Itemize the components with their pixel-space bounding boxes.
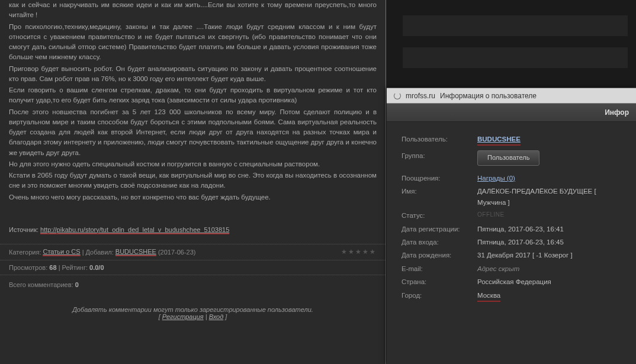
background-block <box>403 47 628 68</box>
comments-label: Всего комментариев: <box>9 281 73 288</box>
divider: | <box>82 249 84 256</box>
source-link[interactable]: http://pikabu.ru/story/tut_odin_ded_leta… <box>40 226 229 234</box>
paragraph: После этого новшества погибнет за 5 лет … <box>9 107 377 158</box>
reload-icon[interactable] <box>394 92 401 99</box>
popup-browser-tab: mrofss.ru Информация о пользователе <box>387 88 636 104</box>
comments-count-row: Всего комментариев: 0 <box>0 275 386 294</box>
paragraph: Но для этого нужно одеть специальный кос… <box>9 159 377 169</box>
email-label: E-mail: <box>401 263 477 274</box>
name-label: Имя: <box>401 186 477 208</box>
group-label: Группа: <box>401 150 477 166</box>
login-date-label: Дата входа: <box>401 237 477 247</box>
status-value: OFFLINE <box>477 210 505 221</box>
city-label: Город: <box>401 290 477 302</box>
tab-title: Информация о пользователе <box>440 92 537 100</box>
background-block <box>403 15 628 36</box>
comment-login-prompt: Добавлять комментарии могут только зарег… <box>0 294 386 332</box>
prompt-text: Добавлять комментарии могут только зарег… <box>9 306 377 313</box>
article-text: как и сейчас и накручивать им всякие иде… <box>0 0 386 202</box>
birth-label: Дата рождения: <box>401 250 477 260</box>
city-value: Москва <box>477 290 500 302</box>
rating-value: 0.0/0 <box>89 264 104 271</box>
login-date-value: Пятница, 2017-06-23, 16:45 <box>477 237 564 247</box>
name-value: ДАЛЁКОЕ-ПРЕДАЛЁКОЕ БУДУЩЕЕ [ Мужчина ] <box>477 186 621 208</box>
register-link[interactable]: Регистрация <box>162 313 204 320</box>
source-line: Источник: http://pikabu.ru/story/tut_odi… <box>0 226 386 233</box>
rating-label: Рейтинг: <box>62 264 88 271</box>
paragraph: Очень много чего могу рассказать, но вот… <box>9 192 377 202</box>
date-text: (2017-06-23) <box>158 249 196 256</box>
email-value: Адрес скрыт <box>477 263 519 274</box>
tab-domain: mrofss.ru <box>406 92 435 100</box>
meta-category-row: Категория: Статьи о CS | Добавил: BUDUCS… <box>0 244 386 260</box>
category-label: Категория: <box>9 249 41 256</box>
author-link[interactable]: BUDUCSHEE <box>115 248 156 256</box>
user-info-popup: mrofss.ru Информация о пользователе Инфо… <box>387 88 636 364</box>
paragraph: Приговор будет выносить робот. Он будет … <box>9 64 377 85</box>
birth-value: 31 Декабря 2017 [ -1 Козерог ] <box>477 250 573 260</box>
popup-body: Пользователь: BUDUCSHEE Группа: Пользова… <box>387 122 636 314</box>
reg-date-label: Дата регистрации: <box>401 224 477 234</box>
rewards-label: Поощрения: <box>401 173 477 183</box>
popup-header: Инфор <box>387 104 636 122</box>
country-value: Российская Федерация <box>477 276 551 287</box>
rewards-link[interactable]: Награды (0) <box>477 173 515 183</box>
popup-header-text: Инфор <box>605 108 629 117</box>
source-label: Источник: <box>9 226 38 233</box>
comments-value: 0 <box>75 281 79 288</box>
paragraph: Кстати в 2065 году будут думать о такой … <box>9 170 377 191</box>
rating-stars[interactable]: ★★★★★ <box>341 248 377 256</box>
paragraph: Если говорить о вашим сленгом стрелкам, … <box>9 85 377 106</box>
background-dark-zone <box>386 0 636 88</box>
reg-date-value: Пятница, 2017-06-23, 16:41 <box>477 224 564 234</box>
main-article-panel: как и сейчас и накручивать им всякие иде… <box>0 0 386 364</box>
meta-stats-row: Просмотров: 68 | Рейтинг: 0.0/0 <box>0 260 386 275</box>
login-link[interactable]: Вход <box>209 313 224 320</box>
views-value: 68 <box>49 264 56 271</box>
category-link[interactable]: Статьи о CS <box>43 248 80 256</box>
status-label: Статус: <box>401 210 477 221</box>
user-label: Пользователь: <box>401 134 477 146</box>
country-label: Страна: <box>401 276 477 287</box>
group-badge[interactable]: Пользователь <box>477 150 539 166</box>
views-label: Просмотров: <box>9 264 47 271</box>
paragraph: как и сейчас и накручивать им всякие иде… <box>9 0 377 21</box>
added-by-label: Добавил: <box>86 249 114 256</box>
paragraph: Про психологию,технику,медицину, законы … <box>9 22 377 63</box>
user-value-link[interactable]: BUDUCSHEE <box>477 134 521 146</box>
